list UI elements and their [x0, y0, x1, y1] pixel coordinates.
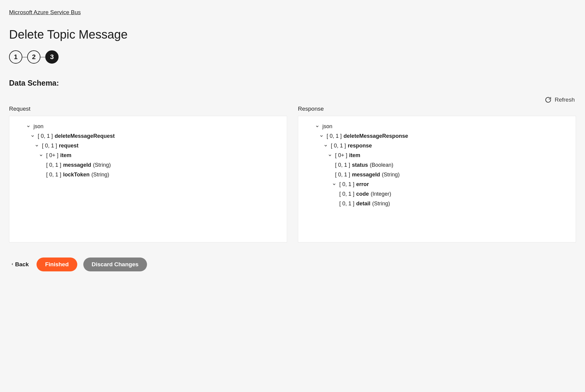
tree-node-cardinality: [ 0, 1 ] — [339, 181, 354, 188]
chevron-down-icon — [26, 124, 31, 129]
tree-node-locktoken[interactable]: [ 0, 1 ] lockToken (String) — [17, 170, 280, 179]
page-title: Delete Topic Message — [9, 28, 576, 41]
request-column-label: Request — [9, 106, 287, 112]
discard-changes-button[interactable]: Discard Changes — [83, 258, 147, 271]
tree-node-item[interactable]: [ 0+ ] item — [17, 150, 280, 160]
response-column-label: Response — [298, 106, 576, 112]
tree-node-name: deleteMessageResponse — [344, 133, 408, 139]
tree-node-name: deleteMessageRequest — [55, 133, 115, 139]
chevron-down-icon — [38, 153, 44, 158]
chevron-down-icon — [315, 124, 320, 129]
chevron-down-icon — [323, 143, 328, 148]
stepper: 1 2 3 — [9, 50, 576, 64]
tree-node-cardinality: [ 0, 1 ] — [327, 133, 342, 139]
tree-node-messageid[interactable]: [ 0, 1 ] messageId (String) — [17, 160, 280, 170]
tree-node-code[interactable]: [ 0, 1 ] code (Integer) — [305, 189, 568, 199]
tree-node-name: messageId — [352, 172, 380, 178]
tree-node-cardinality: [ 0, 1 ] — [46, 162, 61, 168]
tree-node-name: status — [352, 162, 368, 168]
tree-node-cardinality: [ 0, 1 ] — [46, 172, 61, 178]
chevron-down-icon — [319, 133, 324, 139]
footer-actions: Back Finished Discard Changes — [9, 258, 576, 271]
tree-node-error[interactable]: [ 0, 1 ] error — [305, 179, 568, 189]
tree-node-type: (Boolean) — [370, 162, 393, 168]
tree-node-name: item — [349, 152, 360, 159]
tree-node-name: item — [60, 152, 72, 159]
tree-node-label: json — [34, 123, 43, 130]
tree-node-cardinality: [ 0, 1 ] — [335, 162, 350, 168]
step-connector — [22, 57, 27, 57]
tree-node-name: request — [59, 143, 78, 149]
section-title: Data Schema: — [9, 79, 576, 87]
back-button[interactable]: Back — [9, 258, 30, 271]
tree-node-type: (String) — [372, 201, 390, 207]
response-column: Response json [ 0, 1 ] deleteMessageResp… — [298, 106, 576, 242]
refresh-icon — [545, 96, 551, 103]
tree-node-type: (String) — [382, 172, 400, 178]
tree-node-name: detail — [356, 201, 370, 207]
tree-node-name: lockToken — [63, 172, 90, 178]
tree-node-cardinality: [ 0, 1 ] — [38, 133, 53, 139]
tree-node-response[interactable]: [ 0, 1 ] response — [305, 141, 568, 150]
request-schema-box: json [ 0, 1 ] deleteMessageRequest [ 0, … — [9, 116, 287, 242]
tree-node-json[interactable]: json — [17, 122, 280, 131]
chevron-down-icon — [34, 143, 40, 148]
tree-node-json[interactable]: json — [305, 122, 568, 131]
breadcrumb-link[interactable]: Microsoft Azure Service Bus — [9, 9, 81, 15]
tree-node-type: (String) — [91, 172, 109, 178]
request-column: Request json [ 0, 1 ] deleteMessageReque… — [9, 106, 287, 242]
tree-node-detail[interactable]: [ 0, 1 ] detail (String) — [305, 199, 568, 208]
chevron-left-icon — [11, 262, 14, 267]
chevron-down-icon — [331, 182, 337, 187]
tree-node-deletemessageresponse[interactable]: [ 0, 1 ] deleteMessageResponse — [305, 131, 568, 141]
step-2[interactable]: 2 — [27, 50, 40, 64]
tree-node-cardinality: [ 0, 1 ] — [339, 191, 354, 197]
tree-node-label: json — [322, 123, 332, 130]
response-schema-box: json [ 0, 1 ] deleteMessageResponse [ 0,… — [298, 116, 576, 242]
tree-node-cardinality: [ 0, 1 ] — [42, 143, 57, 149]
tree-node-name: messageId — [63, 162, 91, 168]
tree-node-type: (Integer) — [371, 191, 391, 197]
tree-node-item[interactable]: [ 0+ ] item — [305, 150, 568, 160]
tree-node-cardinality: [ 0+ ] — [335, 152, 347, 159]
tree-node-cardinality: [ 0+ ] — [46, 152, 59, 159]
tree-node-cardinality: [ 0, 1 ] — [335, 172, 350, 178]
finished-button[interactable]: Finished — [37, 258, 77, 271]
chevron-down-icon — [30, 133, 35, 139]
step-1[interactable]: 1 — [9, 50, 22, 64]
refresh-button[interactable]: Refresh — [9, 96, 576, 103]
tree-node-request[interactable]: [ 0, 1 ] request — [17, 141, 280, 150]
tree-node-status[interactable]: [ 0, 1 ] status (Boolean) — [305, 160, 568, 170]
tree-node-cardinality: [ 0, 1 ] — [331, 143, 346, 149]
tree-node-name: response — [348, 143, 372, 149]
tree-node-name: error — [356, 181, 369, 188]
refresh-label: Refresh — [555, 96, 575, 103]
step-connector — [40, 57, 45, 57]
step-3[interactable]: 3 — [45, 50, 59, 64]
chevron-down-icon — [327, 153, 333, 158]
back-button-label: Back — [15, 261, 29, 268]
tree-node-type: (String) — [93, 162, 111, 168]
tree-node-cardinality: [ 0, 1 ] — [339, 201, 354, 207]
tree-node-deletemessagerequest[interactable]: [ 0, 1 ] deleteMessageRequest — [17, 131, 280, 141]
tree-node-messageid[interactable]: [ 0, 1 ] messageId (String) — [305, 170, 568, 179]
tree-node-name: code — [356, 191, 369, 197]
